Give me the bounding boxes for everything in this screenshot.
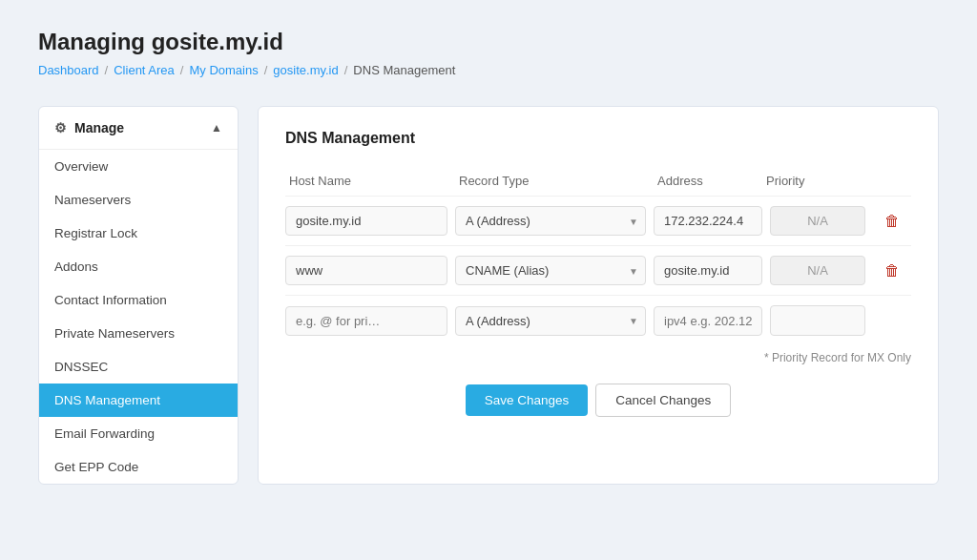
- delete-button-1[interactable]: 🗑: [873, 209, 911, 234]
- table-row: A (Address) CNAME (Alias) MX (Mail) TXT …: [285, 245, 911, 295]
- address-input-1[interactable]: [654, 206, 762, 236]
- breadcrumb-dashboard[interactable]: Dashboard: [38, 63, 99, 77]
- sidebar-header: ⚙ Manage ▲: [39, 107, 238, 150]
- cancel-button[interactable]: Cancel Changes: [595, 384, 731, 417]
- chevron-up-icon: ▲: [211, 121, 222, 135]
- delete-button-2[interactable]: 🗑: [873, 259, 911, 283]
- content-panel: DNS Management Host Name Record Type Add…: [258, 106, 939, 485]
- sidebar-item-nameservers[interactable]: Nameservers: [39, 183, 238, 217]
- breadcrumb-current: DNS Management: [353, 63, 455, 77]
- sidebar-item-dns-management[interactable]: DNS Management: [39, 384, 238, 417]
- action-row: Save Changes Cancel Changes: [285, 384, 911, 417]
- priority-empty: [770, 305, 865, 336]
- dns-table-header: Host Name Record Type Address Priority: [285, 166, 911, 196]
- breadcrumb-sep-1: /: [105, 63, 109, 77]
- col-header-address: Address: [657, 174, 759, 188]
- col-header-record-type: Record Type: [459, 174, 650, 188]
- hostname-input-2[interactable]: [285, 256, 447, 285]
- col-header-hostname: Host Name: [289, 174, 451, 188]
- record-type-wrapper-new: A (Address) CNAME (Alias) MX (Mail) TXT …: [455, 306, 646, 336]
- hostname-input-1[interactable]: [285, 206, 447, 236]
- table-row: A (Address) CNAME (Alias) MX (Mail) TXT …: [285, 196, 911, 245]
- sidebar-item-addons[interactable]: Addons: [39, 250, 238, 283]
- breadcrumb-my-domains[interactable]: My Domains: [189, 63, 258, 77]
- col-header-action: [869, 174, 907, 188]
- col-header-priority: Priority: [766, 174, 862, 188]
- table-row: A (Address) CNAME (Alias) MX (Mail) TXT …: [285, 295, 911, 345]
- save-button[interactable]: Save Changes: [466, 384, 589, 416]
- address-input-2[interactable]: [654, 256, 762, 285]
- sidebar: ⚙ Manage ▲ Overview Nameservers Registra…: [38, 106, 239, 485]
- record-type-wrapper-1: A (Address) CNAME (Alias) MX (Mail) TXT …: [455, 206, 646, 236]
- priority-input-2: [770, 256, 865, 285]
- breadcrumb-sep-4: /: [344, 63, 348, 77]
- priority-input-1: [770, 206, 865, 236]
- breadcrumb-client-area[interactable]: Client Area: [114, 63, 175, 77]
- sidebar-item-registrar-lock[interactable]: Registrar Lock: [39, 217, 238, 250]
- page-title: Managing gosite.my.id: [38, 29, 939, 55]
- sidebar-item-email-forwarding[interactable]: Email Forwarding: [39, 417, 238, 450]
- record-type-wrapper-2: A (Address) CNAME (Alias) MX (Mail) TXT …: [455, 256, 646, 285]
- priority-note: * Priority Record for MX Only: [285, 351, 911, 364]
- sidebar-item-private-nameservers[interactable]: Private Nameservers: [39, 317, 238, 350]
- gear-icon: ⚙: [54, 120, 67, 135]
- sidebar-item-overview[interactable]: Overview: [39, 150, 238, 183]
- sidebar-item-dnssec[interactable]: DNSSEC: [39, 350, 238, 384]
- sidebar-item-get-epp-code[interactable]: Get EPP Code: [39, 450, 238, 484]
- breadcrumb: Dashboard / Client Area / My Domains / g…: [38, 63, 939, 77]
- record-type-select-2[interactable]: A (Address) CNAME (Alias) MX (Mail) TXT …: [455, 256, 646, 285]
- sidebar-item-contact-information[interactable]: Contact Information: [39, 283, 238, 317]
- breadcrumb-sep-3: /: [264, 63, 268, 77]
- section-title: DNS Management: [285, 130, 911, 147]
- record-type-select-1[interactable]: A (Address) CNAME (Alias) MX (Mail) TXT …: [455, 206, 646, 236]
- breadcrumb-gosite[interactable]: gosite.my.id: [273, 63, 338, 77]
- sidebar-header-label: Manage: [74, 120, 124, 135]
- hostname-input-new[interactable]: [285, 306, 447, 336]
- address-input-new[interactable]: [654, 306, 762, 336]
- record-type-select-new[interactable]: A (Address) CNAME (Alias) MX (Mail) TXT …: [455, 306, 646, 336]
- dns-table: Host Name Record Type Address Priority A…: [285, 166, 911, 345]
- breadcrumb-sep-2: /: [180, 63, 184, 77]
